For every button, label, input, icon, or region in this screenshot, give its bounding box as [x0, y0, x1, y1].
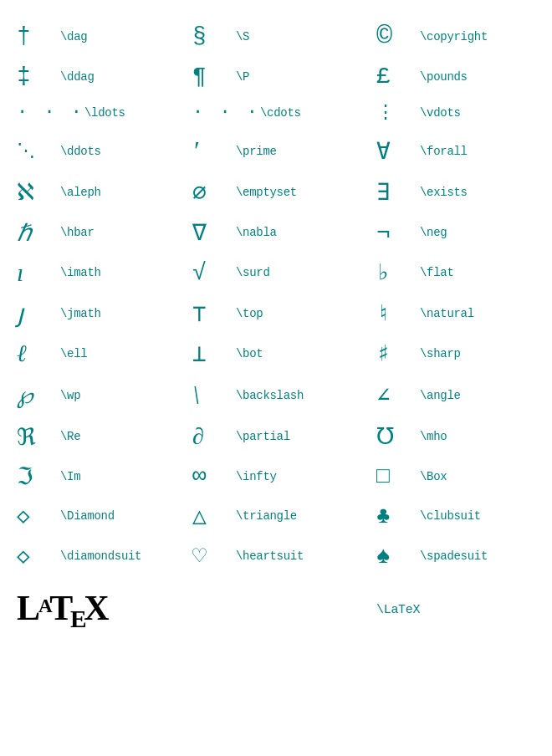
- sym-copyright: ©: [376, 21, 420, 52]
- cell-emptyset: ∅ \emptyset: [192, 172, 376, 212]
- cell-Diamond: ◇ \Diamond: [17, 496, 192, 536]
- sym-bot: ⊥: [192, 340, 236, 368]
- cmd-Diamond: \Diamond: [60, 509, 115, 523]
- cell-S: § \S: [192, 15, 376, 58]
- latex-logo: LATEX: [17, 588, 109, 633]
- cmd-diamondsuit: \diamondsuit: [60, 549, 141, 563]
- sym-backslash: \: [192, 380, 236, 411]
- cmd-S: \S: [236, 30, 249, 43]
- cmd-latex: \LaTeX: [376, 603, 420, 617]
- cell-spadesuit: ♠ \spadesuit: [376, 536, 552, 576]
- cmd-wp: \wp: [60, 389, 80, 402]
- cmd-ddag: \ddag: [60, 70, 95, 84]
- cmd-pounds: \pounds: [420, 70, 468, 84]
- sym-top: ⊤: [192, 299, 236, 328]
- sym-diamondsuit: ◇: [17, 543, 60, 570]
- sym-neg: ¬: [376, 220, 420, 246]
- cmd-top: \top: [236, 307, 263, 320]
- cell-clubsuit: ♣ \clubsuit: [376, 496, 552, 536]
- cell-flat: ♭ \flat: [376, 253, 552, 293]
- cell-bot: ⊥ \bot: [192, 334, 376, 374]
- sym-emptyset: ∅: [192, 178, 236, 207]
- sym-mho: ℧: [376, 422, 420, 451]
- cell-P: ¶ \P: [192, 58, 376, 95]
- cmd-surd: \surd: [236, 266, 270, 279]
- cell-backslash: \ \backslash: [192, 374, 376, 416]
- cell-partial: ∂ \partial: [192, 416, 376, 457]
- symbols-grid: † \dag § \S © \copyright ‡ \ddag ¶ \P £ …: [17, 15, 535, 636]
- cell-copyright: © \copyright: [376, 15, 552, 58]
- cmd-backslash: \backslash: [236, 389, 304, 402]
- sym-ldots: · · ·: [17, 102, 84, 123]
- sym-triangle: △: [192, 502, 236, 530]
- cell-ldots: · · · \ldots: [17, 95, 192, 130]
- cell-mho: ℧ \mho: [376, 416, 552, 457]
- cmd-triangle: \triangle: [236, 509, 297, 523]
- sym-ell: ℓ: [17, 340, 60, 367]
- sym-ddots: ⋱: [17, 140, 60, 162]
- cmd-ldots: \ldots: [84, 106, 125, 120]
- cell-prime: ′ \prime: [192, 130, 376, 172]
- cell-wp: ℘ \wp: [17, 374, 192, 416]
- cell-sharp: ♯ \sharp: [376, 334, 552, 374]
- cmd-exists: \exists: [420, 186, 468, 199]
- cell-natural: ♮ \natural: [376, 293, 552, 334]
- cell-ddag: ‡ \ddag: [17, 58, 192, 95]
- sym-ddag: ‡: [17, 64, 60, 89]
- cmd-neg: \neg: [420, 226, 447, 239]
- cmd-Im: \Im: [60, 470, 80, 483]
- cmd-vdots: \vdots: [420, 106, 461, 120]
- sym-natural: ♮: [376, 299, 420, 328]
- cmd-flat: \flat: [420, 266, 454, 279]
- cell-aleph: ℵ \aleph: [17, 172, 192, 212]
- sym-infty: ∞: [192, 463, 236, 489]
- sym-angle: ∠: [376, 381, 420, 410]
- cmd-ell: \ell: [60, 347, 87, 360]
- latex-cmd-row: \LaTeX: [376, 576, 552, 636]
- cmd-angle: \angle: [420, 389, 461, 402]
- cell-imath: ı \imath: [17, 253, 192, 293]
- sym-exists: ∃: [376, 178, 420, 207]
- cell-jmath: ȷ \jmath: [17, 293, 192, 334]
- sym-Box: □: [376, 464, 420, 489]
- sym-imath: ı: [17, 258, 60, 287]
- cell-hbar: ℏ \hbar: [17, 212, 192, 253]
- cmd-jmath: \jmath: [60, 307, 101, 320]
- cmd-bot: \bot: [236, 347, 263, 360]
- cmd-Box: \Box: [420, 470, 447, 483]
- sym-spadesuit: ♠: [376, 544, 420, 570]
- sym-clubsuit: ♣: [376, 503, 420, 529]
- cmd-imath: \imath: [60, 266, 101, 279]
- cell-neg: ¬ \neg: [376, 212, 552, 253]
- cell-heartsuit: ♡ \heartsuit: [192, 536, 376, 576]
- sym-S: §: [192, 23, 236, 49]
- cell-Im: ℑ \Im: [17, 457, 192, 496]
- cmd-P: \P: [236, 70, 249, 84]
- cell-top: ⊤ \top: [192, 293, 376, 334]
- sym-dag: †: [17, 23, 60, 49]
- cell-ell: ℓ \ell: [17, 334, 192, 374]
- sym-flat: ♭: [376, 258, 420, 287]
- cmd-forall: \forall: [420, 145, 468, 158]
- cmd-natural: \natural: [420, 307, 474, 320]
- cell-surd: √ \surd: [192, 253, 376, 293]
- cell-dag: † \dag: [17, 15, 192, 58]
- cmd-dag: \dag: [60, 30, 87, 43]
- sym-forall: ∀: [376, 137, 420, 166]
- cell-Re: ℜ \Re: [17, 416, 192, 457]
- sym-Diamond: ◇: [17, 503, 60, 529]
- cmd-aleph: \aleph: [60, 186, 101, 199]
- sym-nabla: ∇: [192, 218, 236, 247]
- sym-P: ¶: [192, 64, 236, 89]
- cmd-spadesuit: \spadesuit: [420, 549, 488, 563]
- cell-pounds: £ \pounds: [376, 58, 552, 95]
- sym-vdots: ⋮: [376, 101, 420, 124]
- cmd-nabla: \nabla: [236, 226, 277, 239]
- latex-logo-row: LATEX: [17, 576, 376, 636]
- sym-aleph: ℵ: [17, 178, 60, 207]
- cmd-hbar: \hbar: [60, 226, 95, 239]
- cell-diamondsuit: ◇ \diamondsuit: [17, 536, 192, 576]
- sym-Im: ℑ: [17, 462, 60, 490]
- sym-pounds: £: [376, 64, 420, 89]
- cell-infty: ∞ \infty: [192, 457, 376, 496]
